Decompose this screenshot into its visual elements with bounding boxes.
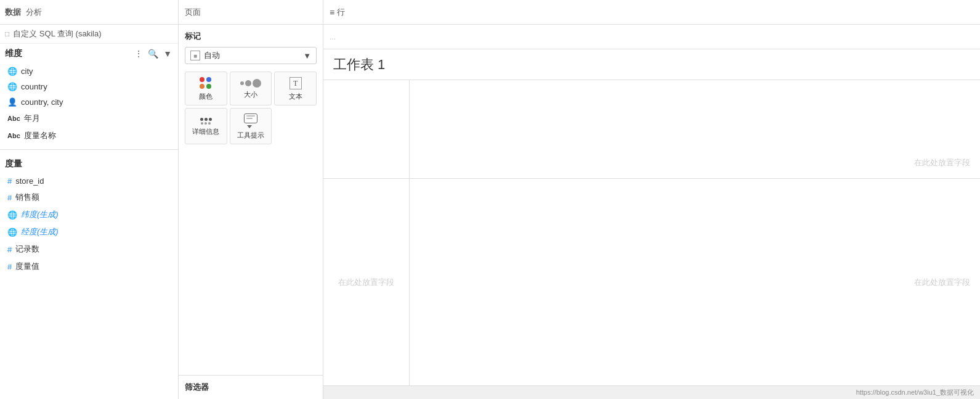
hash-icon-sales: #	[7, 193, 12, 202]
mark-type-left: ■ 自动	[190, 50, 220, 61]
axis-bottom-left: 在此处放置字段	[323, 179, 409, 385]
detail-mark-btn[interactable]: 详细信息	[185, 108, 227, 144]
field-measure-value[interactable]: # 度量值	[0, 258, 178, 275]
expand-btn[interactable]: ▼	[162, 47, 173, 60]
analysis-label: 分析	[26, 7, 42, 18]
row-label: 行	[337, 7, 345, 18]
field-city-label: city	[21, 67, 33, 76]
left-sidebar: □ 自定义 SQL 查询 (sakila) 维度 ⋮ 🔍 ▼ 🌐 city 🌐 …	[0, 25, 179, 399]
field-store-id[interactable]: # store_id	[0, 173, 178, 189]
canvas-main: 工作表 1 在此处放置字段 在此处放置字段	[323, 49, 980, 385]
text-mark-btn[interactable]: T 文本	[274, 72, 317, 105]
field-city[interactable]: 🌐 city	[0, 64, 178, 79]
marks-section: 标记 ■ 自动 ▼ 颜色	[179, 25, 323, 376]
middle-panel: 标记 ■ 自动 ▼ 颜色	[179, 25, 323, 399]
detail-icon	[200, 118, 212, 125]
row-icon: ≡	[330, 7, 334, 17]
filters-title: 筛选器	[185, 382, 317, 393]
canvas-top-right: 在此处放置字段	[410, 80, 980, 179]
dropdown-chevron: ▼	[303, 51, 311, 60]
mark-type-label: 自动	[204, 50, 220, 61]
custom-sql-text: 自定义 SQL 查询 (sakila)	[13, 28, 101, 39]
field-sales-label: 销售额	[15, 192, 39, 203]
text-icon: T	[290, 77, 302, 89]
size-label: 大小	[244, 90, 257, 99]
dimensions-header-icons: ⋮ 🔍 ▼	[133, 47, 173, 60]
field-latitude-label: 纬度(生成)	[21, 209, 59, 220]
size-mark-btn[interactable]: 大小	[230, 72, 272, 105]
size-icon	[240, 79, 261, 88]
field-latitude[interactable]: 🌐 纬度(生成)	[0, 206, 178, 223]
data-label: 数据	[5, 7, 21, 18]
pages-label: 页面	[185, 7, 201, 18]
checkbox-icon: □	[5, 30, 9, 38]
detail-label: 详细信息	[192, 127, 219, 136]
tooltip-icon	[244, 113, 257, 126]
measures-label: 度量	[5, 158, 22, 170]
tooltip-label: 工具提示	[237, 131, 264, 140]
custom-sql-row[interactable]: □ 自定义 SQL 查询 (sakila)	[0, 25, 178, 44]
dimensions-label: 维度	[5, 48, 22, 59]
marks-buttons: 颜色 大小 T 文本	[185, 72, 317, 144]
field-country-city-label: country, city	[21, 97, 63, 107]
drop-field-bottom-right: 在此处放置字段	[914, 277, 970, 288]
field-record-count-label: 记录数	[15, 244, 39, 255]
status-bar: https://blog.csdn.net/w3iu1_数据可视化	[323, 385, 980, 399]
field-year-month-label: 年月	[24, 113, 40, 124]
hash-icon-record-count: #	[7, 245, 12, 254]
canvas-bottom-right: 在此处放置字段	[410, 179, 980, 385]
canvas-right-area: 在此处放置字段 在此处放置字段	[410, 80, 980, 385]
drop-field-top-right: 在此处放置字段	[914, 157, 970, 168]
axis-top-left	[323, 80, 409, 179]
canvas-body: 在此处放置字段 在此处放置字段 在此处放置字段	[323, 80, 980, 385]
field-year-month[interactable]: Abc 年月	[0, 110, 178, 127]
globe-icon-city: 🌐	[7, 67, 17, 76]
field-country-label: country	[21, 82, 47, 91]
grid-view-btn[interactable]: ⋮	[133, 47, 144, 60]
dimensions-section: 维度 ⋮ 🔍 ▼ 🌐 city 🌐 country 👤 country, cit…	[0, 44, 178, 147]
abc-icon-year-month: Abc	[7, 115, 20, 122]
drop-field-left: 在此处放置字段	[338, 277, 394, 288]
field-record-count[interactable]: # 记录数	[0, 241, 178, 258]
hash-icon-store-id: #	[7, 176, 12, 186]
canvas-left-axis: 在此处放置字段	[323, 80, 410, 385]
globe-icon-country: 🌐	[7, 82, 17, 91]
field-measure-name[interactable]: Abc 度量名称	[0, 127, 178, 144]
tooltip-mark-btn[interactable]: 工具提示	[230, 108, 272, 144]
globe-icon-latitude: 🌐	[7, 210, 17, 220]
search-btn[interactable]: 🔍	[147, 47, 160, 60]
abc-icon-measure-name: Abc	[7, 132, 20, 139]
field-longitude-label: 经度(生成)	[21, 226, 59, 237]
marks-title: 标记	[185, 31, 317, 42]
field-country[interactable]: 🌐 country	[0, 79, 178, 94]
mark-type-dropdown[interactable]: ■ 自动 ▼	[185, 47, 317, 64]
field-sales[interactable]: # 销售额	[0, 189, 178, 206]
filters-section: 筛选器	[179, 376, 323, 399]
globe-icon-longitude: 🌐	[7, 228, 17, 237]
person-icon-country-city: 👤	[7, 97, 17, 107]
auto-mark-icon: ■	[190, 51, 200, 60]
text-label: 文本	[289, 92, 302, 101]
field-measure-name-label: 度量名称	[24, 130, 56, 141]
worksheet-title: 工作表 1	[333, 56, 385, 74]
columns-shelf[interactable]: ...	[323, 25, 980, 49]
color-icon	[200, 77, 212, 89]
canvas-title-row: 工作表 1	[323, 49, 980, 80]
field-country-city[interactable]: 👤 country, city	[0, 94, 178, 110]
color-label: 颜色	[199, 92, 213, 101]
field-measure-value-label: 度量值	[15, 261, 39, 272]
color-mark-btn[interactable]: 颜色	[185, 72, 227, 105]
status-url: https://blog.csdn.net/w3iu1_数据可视化	[856, 388, 974, 397]
columns-placeholder: ...	[330, 33, 336, 41]
field-store-id-label: store_id	[15, 176, 44, 186]
canvas-area: ... 工作表 1 在此处放置字段	[323, 25, 980, 399]
hash-icon-measure-value: #	[7, 262, 12, 271]
measures-section: 度量 # store_id # 销售额 🌐 纬度(生成) 🌐 经度(生成) # …	[0, 152, 178, 275]
field-longitude[interactable]: 🌐 经度(生成)	[0, 223, 178, 241]
